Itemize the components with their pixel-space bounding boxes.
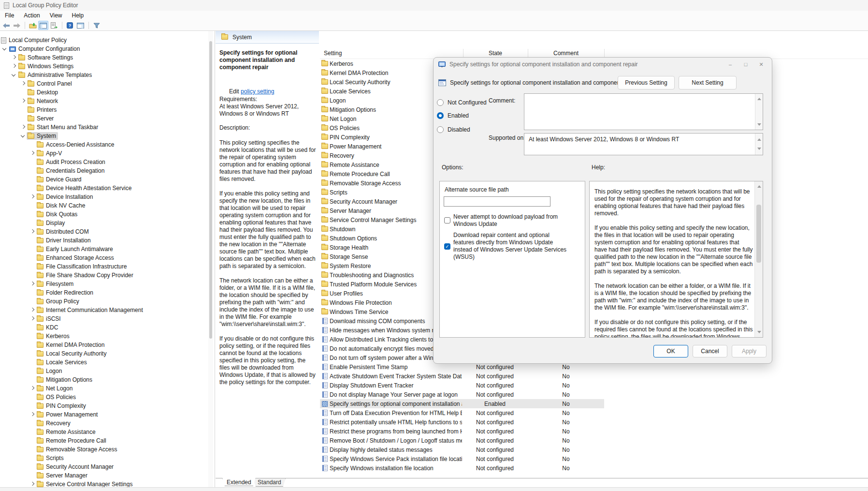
column-state[interactable]: State <box>463 50 528 57</box>
chevron-right-icon[interactable] <box>20 80 27 87</box>
list-setting[interactable]: Display highly detailed status messagesN… <box>320 445 604 454</box>
chevron-down-icon[interactable] <box>1 45 8 52</box>
chevron-right-icon[interactable] <box>29 193 36 200</box>
tree-item-disk-nv-cache[interactable]: Disk NV Cache <box>0 201 208 210</box>
back-icon[interactable] <box>1 21 11 30</box>
radio-not-configured[interactable]: Not Configured <box>437 99 487 106</box>
tree-item-credentials-delegation[interactable]: Credentials Delegation <box>0 166 208 175</box>
column-setting[interactable]: Setting <box>324 50 342 57</box>
tree-item-pin-complexity[interactable]: PIN Complexity <box>0 402 208 410</box>
comment-scrollbar[interactable] <box>755 94 763 130</box>
ok-button[interactable]: OK <box>653 345 688 357</box>
tree-item-disk-quotas[interactable]: Disk Quotas <box>0 210 208 219</box>
tree-item-kernel-dma-protection[interactable]: Kernel DMA Protection <box>0 341 208 349</box>
tree-item-net-logon[interactable]: Net Logon <box>0 384 208 393</box>
tree-item-server[interactable]: Server <box>0 114 208 123</box>
cancel-button[interactable]: Cancel <box>693 345 727 357</box>
radio-disabled[interactable]: Disabled <box>437 126 470 133</box>
tree-item-local-security-authority[interactable]: Local Security Authority <box>0 349 208 358</box>
column-comment[interactable]: Comment <box>528 50 604 57</box>
chevron-right-icon[interactable] <box>29 385 36 392</box>
console-tree-toggle-icon[interactable] <box>38 21 48 30</box>
tree-item-power-management[interactable]: Power Management <box>0 410 208 419</box>
tab-standard[interactable]: Standard <box>253 478 286 487</box>
tree-item-recovery[interactable]: Recovery <box>0 419 208 428</box>
export-list-icon[interactable] <box>49 21 59 30</box>
list-setting[interactable]: Restrict potentially unsafe HTML Help fu… <box>320 417 604 427</box>
list-setting[interactable]: Specify Windows installation file locati… <box>320 463 604 473</box>
tree-item-logon[interactable]: Logon <box>0 367 208 375</box>
tree-item-access-denied-assistance[interactable]: Access-Denied Assistance <box>0 140 208 149</box>
maximize-icon[interactable]: □ <box>740 61 752 67</box>
chevron-right-icon[interactable] <box>11 63 17 70</box>
chevron-right-icon[interactable] <box>11 54 17 61</box>
chevron-down-icon[interactable] <box>20 133 27 139</box>
previous-setting-button[interactable]: Previous Setting <box>618 76 675 89</box>
tree-scrollbar[interactable] <box>208 31 213 487</box>
tree-item-local-computer-policy[interactable]: Local Computer Policy <box>0 36 208 45</box>
tree-item-desktop[interactable]: Desktop <box>0 88 208 97</box>
list-setting[interactable]: Restrict these programs from being launc… <box>320 427 604 436</box>
checkbox-wsus-box[interactable]: ✓ <box>444 243 450 250</box>
tree-item-file-classification-infrastructure[interactable]: File Classification Infrastructure <box>0 262 208 271</box>
tree-item-security-account-manager[interactable]: Security Account Manager <box>0 462 208 471</box>
menu-action[interactable]: Action <box>19 11 44 20</box>
tree-item-driver-installation[interactable]: Driver Installation <box>0 236 208 245</box>
tree-scrollbar-thumb[interactable] <box>209 41 212 339</box>
tree-item-remote-assistance[interactable]: Remote Assistance <box>0 428 208 436</box>
chevron-right-icon[interactable] <box>29 411 36 418</box>
supported-scrollbar[interactable] <box>755 134 763 155</box>
chevron-right-icon[interactable] <box>29 307 36 313</box>
chevron-right-icon[interactable] <box>20 124 27 131</box>
minimize-icon[interactable]: – <box>724 61 736 67</box>
menu-file[interactable]: File <box>0 11 19 20</box>
tree-item-control-panel[interactable]: Control Panel <box>0 79 208 88</box>
list-setting[interactable]: Remove Boot / Shutdown / Logon / Logoff … <box>320 436 604 445</box>
apply-button[interactable]: Apply <box>732 345 767 357</box>
chevron-right-icon[interactable] <box>29 228 36 235</box>
tree-item-filesystem[interactable]: Filesystem <box>0 280 208 288</box>
tree-item-folder-redirection[interactable]: Folder Redirection <box>0 288 208 297</box>
checkbox-wsus[interactable]: ✓ Download repair content and optional f… <box>444 232 572 261</box>
radio-not-configured-circle[interactable] <box>437 99 444 106</box>
alternate-source-path-input[interactable] <box>444 196 550 207</box>
help-scrollbar[interactable] <box>754 181 763 337</box>
list-setting[interactable]: Specify settings for optional component … <box>320 399 604 408</box>
tree-item-service-control-manager-settings[interactable]: Service Control Manager Settings <box>0 480 208 487</box>
tree-item-windows-settings[interactable]: Windows Settings <box>0 62 208 71</box>
tree-item-server-manager[interactable]: Server Manager <box>0 471 208 480</box>
edit-policy-setting-link[interactable]: policy setting <box>241 88 274 95</box>
supported-on-box[interactable]: At least Windows Server 2012, Windows 8 … <box>524 133 763 155</box>
tree-item-kerberos[interactable]: Kerberos <box>0 332 208 341</box>
tree-item-audit-process-creation[interactable]: Audit Process Creation <box>0 158 208 166</box>
chevron-right-icon[interactable] <box>29 481 36 487</box>
tree-item-mitigation-options[interactable]: Mitigation Options <box>0 375 208 384</box>
tree-item-locale-services[interactable]: Locale Services <box>0 358 208 367</box>
tree-item-distributed-com[interactable]: Distributed COM <box>0 227 208 236</box>
tree-item-kdc[interactable]: KDC <box>0 323 208 332</box>
tree-item-start-menu-and-taskbar[interactable]: Start Menu and Taskbar <box>0 123 208 132</box>
tree-item-group-policy[interactable]: Group Policy <box>0 297 208 306</box>
tree-item-network[interactable]: Network <box>0 97 208 105</box>
checkbox-never-download[interactable]: Never attempt to download payload from W… <box>444 213 564 228</box>
tree-item-os-policies[interactable]: OS Policies <box>0 393 208 402</box>
tree-item-removable-storage-access[interactable]: Removable Storage Access <box>0 445 208 454</box>
list-setting[interactable]: Display Shutdown Event TrackerNot config… <box>320 381 604 390</box>
radio-enabled-circle[interactable] <box>437 112 444 119</box>
tree-item-system[interactable]: System <box>0 132 208 140</box>
tree-item-device-guard[interactable]: Device Guard <box>0 175 208 184</box>
next-setting-button[interactable]: Next Setting <box>679 76 737 89</box>
radio-enabled[interactable]: Enabled <box>437 112 469 119</box>
tree-item-device-installation[interactable]: Device Installation <box>0 193 208 201</box>
tree-item-device-health-attestation-service[interactable]: Device Health Attestation Service <box>0 184 208 193</box>
pane-splitter[interactable] <box>215 31 215 487</box>
tree-item-early-launch-antimalware[interactable]: Early Launch Antimalware <box>0 245 208 253</box>
close-icon[interactable]: ✕ <box>755 61 767 68</box>
help-scrollbar-thumb[interactable] <box>756 205 761 263</box>
tree-item-app-v[interactable]: App-V <box>0 149 208 158</box>
tree-item-administrative-templates[interactable]: Administrative Templates <box>0 71 208 79</box>
tree-item-file-share-shadow-copy-provider[interactable]: File Share Shadow Copy Provider <box>0 271 208 280</box>
action-pane-toggle-icon[interactable] <box>75 21 86 30</box>
tree-item-scripts[interactable]: Scripts <box>0 454 208 462</box>
list-setting[interactable]: Activate Shutdown Event Tracker System S… <box>320 372 604 381</box>
